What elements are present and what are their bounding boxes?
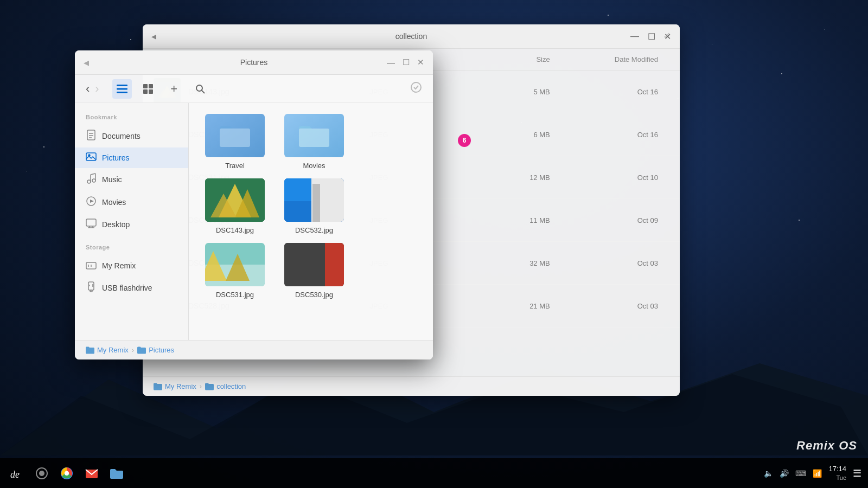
maximize-button[interactable]: ☐	[648, 31, 655, 42]
taskbar-day: Tue	[828, 474, 846, 481]
svg-point-30	[411, 82, 421, 92]
col-header-size: Size	[478, 55, 550, 63]
sidebar-item-myremix[interactable]: My Remix	[75, 255, 188, 277]
list-item[interactable]: Travel	[200, 114, 270, 170]
taskbar: de 🔈 🔊	[0, 458, 868, 488]
svg-point-28	[196, 85, 202, 91]
list-item[interactable]: DSC532.jpg	[279, 178, 349, 234]
svg-rect-26	[143, 89, 148, 94]
svg-marker-43	[90, 200, 94, 203]
list-item[interactable]: DSC143.jpg	[200, 178, 270, 234]
svg-rect-63	[284, 178, 311, 201]
file-name-label: DSC531.jpg	[216, 291, 254, 299]
svg-rect-35	[86, 153, 96, 160]
sidebar-item-desktop[interactable]: Desktop	[75, 214, 188, 235]
pictures-close-button[interactable]: ✕	[417, 57, 424, 67]
file-date: Oct 03	[550, 302, 669, 310]
sidebar-music-label: Music	[102, 175, 122, 184]
nav-forward-button[interactable]: ›	[95, 82, 99, 96]
documents-icon	[86, 130, 97, 143]
taskbar-keyboard-icon[interactable]: ⌨	[795, 469, 806, 478]
collection-breadcrumb: My Remix › collection	[143, 376, 680, 396]
minimize-button[interactable]: —	[630, 31, 639, 41]
sidebar-item-movies[interactable]: Movies	[75, 191, 188, 214]
sidebar-item-usb[interactable]: USB flashdrive	[75, 277, 188, 299]
pictures-breadcrumb-root[interactable]: My Remix	[86, 346, 129, 354]
back-arrow-icon[interactable]: ◂	[151, 30, 156, 42]
svg-rect-22	[117, 88, 127, 89]
file-size: 21 MB	[478, 302, 550, 310]
file-size: 11 MB	[478, 216, 550, 224]
svg-rect-71	[284, 243, 325, 286]
grid-view-button[interactable]	[138, 79, 158, 99]
file-thumbnail	[284, 178, 344, 222]
svg-point-38	[92, 179, 95, 182]
taskbar-icon-chrome[interactable]	[56, 463, 77, 484]
taskbar-icon-mail[interactable]	[81, 463, 102, 484]
pictures-titlebar: ◂ Pictures — ☐ ✕	[75, 50, 433, 75]
list-item[interactable]: DSC531.jpg	[200, 243, 270, 299]
remixos-logo: Remix OS	[796, 439, 857, 453]
pictures-toolbar: ‹ › +	[75, 75, 433, 103]
pictures-layout: Bookmark Documents	[75, 103, 433, 340]
sidebar-pictures-label: Pictures	[102, 153, 130, 162]
pictures-window-back[interactable]: ◂	[84, 56, 89, 69]
storage-section-label: Storage	[75, 242, 188, 255]
taskbar-icon-folder[interactable]	[106, 463, 127, 484]
sidebar-desktop-label: Desktop	[102, 220, 130, 229]
sidebar-myremix-label: My Remix	[102, 261, 136, 270]
file-date: Oct 16	[550, 131, 669, 139]
taskbar-volume-icon[interactable]: 🔈	[764, 469, 773, 478]
file-thumbnail	[284, 243, 344, 286]
sidebar-usb-label: USB flashdrive	[102, 284, 152, 292]
breadcrumb-root[interactable]: My Remix	[154, 382, 196, 390]
pictures-breadcrumb-folder[interactable]: Pictures	[137, 346, 174, 354]
taskbar-speaker-icon[interactable]: 🔊	[780, 469, 789, 478]
taskbar-clock: 17:14 Tue	[828, 465, 846, 481]
file-name-label: DSC532.jpg	[295, 226, 333, 234]
add-button[interactable]: +	[164, 79, 184, 99]
pictures-maximize-button[interactable]: ☐	[403, 57, 410, 67]
myremix-icon	[86, 260, 97, 272]
usb-icon	[86, 281, 97, 294]
collection-titlebar: ◂ collection — ☐ ✕	[143, 24, 680, 49]
taskbar-icon-de[interactable]: de	[7, 463, 27, 484]
bookmark-section-label: Bookmark	[75, 112, 188, 125]
svg-rect-31	[87, 130, 95, 140]
pictures-minimize-button[interactable]: —	[387, 58, 395, 67]
svg-rect-62	[312, 184, 320, 222]
done-check-button[interactable]	[410, 81, 422, 96]
pictures-breadcrumb: My Remix › Pictures	[75, 340, 433, 359]
file-date: Oct 09	[550, 216, 669, 224]
svg-rect-44	[86, 219, 96, 226]
file-thumbnail	[205, 243, 265, 286]
taskbar-wifi-icon[interactable]: 📶	[813, 469, 822, 478]
svg-rect-52	[90, 290, 92, 292]
search-button[interactable]	[190, 79, 210, 99]
taskbar-menu-icon[interactable]: ☰	[853, 467, 861, 479]
sidebar-item-pictures[interactable]: Pictures	[75, 147, 188, 168]
list-view-button[interactable]	[112, 79, 132, 99]
file-size: 5 MB	[478, 88, 550, 96]
collection-nav-back[interactable]: ◂	[151, 30, 156, 42]
taskbar-icon-circle[interactable]	[31, 463, 52, 484]
pictures-breadcrumb-root-label: My Remix	[97, 346, 129, 354]
svg-line-29	[201, 90, 205, 93]
pictures-back-arrow-icon[interactable]: ◂	[84, 56, 89, 69]
sidebar-item-music[interactable]: Music	[75, 168, 188, 191]
file-date: Oct 10	[550, 174, 669, 182]
list-item[interactable]: DSC530.jpg	[279, 243, 349, 299]
taskbar-right-area: 🔈 🔊 ⌨ 📶 17:14 Tue ☰	[764, 465, 861, 481]
folder-thumbnail	[284, 114, 344, 157]
breadcrumb-folder[interactable]: collection	[205, 382, 246, 390]
nav-back-button[interactable]: ‹	[86, 82, 90, 96]
collection-check-button[interactable]: ✓	[663, 30, 671, 42]
music-icon	[86, 173, 97, 186]
sidebar-item-documents[interactable]: Documents	[75, 125, 188, 147]
pictures-breadcrumb-sep: ›	[132, 346, 134, 354]
svg-point-77	[65, 471, 69, 476]
drag-badge: 6	[458, 134, 471, 147]
movies-icon	[86, 196, 97, 209]
taskbar-time: 17:14	[828, 465, 846, 474]
list-item[interactable]: Movies	[279, 114, 349, 170]
